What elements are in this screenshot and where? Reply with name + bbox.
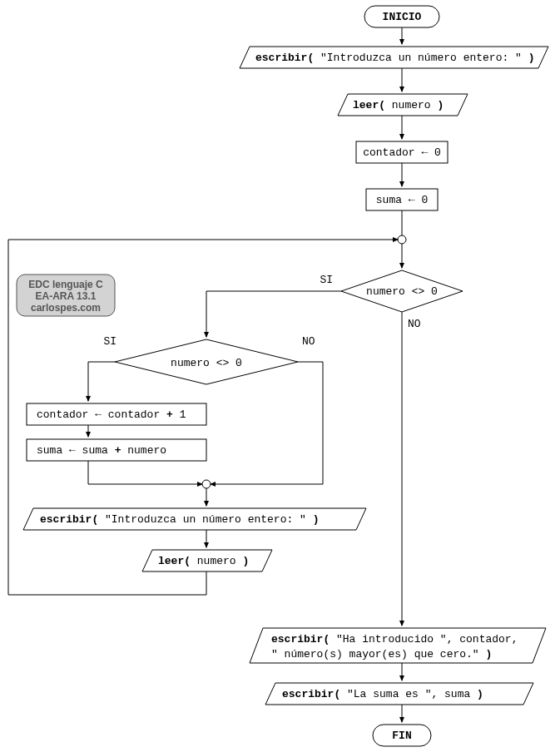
- svg-text:numero <> 0: numero <> 0: [366, 285, 438, 298]
- svg-text:NO: NO: [408, 318, 421, 330]
- node-read2: leer( numero ): [142, 550, 272, 571]
- svg-text:SI: SI: [320, 274, 333, 286]
- node-decision2: numero <> 0 SI NO: [103, 335, 315, 384]
- source-badge: EDC lenguaje C EA-ARA 13.1 carlospes.com: [17, 275, 115, 316]
- flowchart: INICIO escribir( "Introduzca un número e…: [0, 0, 560, 752]
- node-start: INICIO: [364, 6, 439, 27]
- svg-text:contador ← 0: contador ← 0: [363, 146, 441, 159]
- svg-text:escribir( "Ha introducido ", c: escribir( "Ha introducido ", contador,: [271, 633, 518, 646]
- node-decision1: numero <> 0 SI NO: [320, 270, 463, 330]
- svg-text:SI: SI: [103, 335, 116, 348]
- svg-text:EDC lenguaje C: EDC lenguaje C: [28, 279, 103, 290]
- node-proc2: suma ← 0: [366, 189, 438, 210]
- node-write1: escribir( "Introduzca un número entero: …: [240, 47, 548, 68]
- svg-text:leer( numero ): leer( numero ): [353, 99, 444, 111]
- node-proc4: suma ← suma + numero: [27, 439, 206, 461]
- connector2: [202, 480, 211, 488]
- svg-text:escribir( "La suma es ", suma : escribir( "La suma es ", suma ): [282, 688, 483, 700]
- svg-text:carlospes.com: carlospes.com: [31, 302, 101, 314]
- node-proc3: contador ← contador + 1: [27, 403, 206, 425]
- start-label: INICIO: [383, 11, 422, 23]
- connector1: [398, 235, 406, 244]
- arrow: [88, 362, 115, 401]
- svg-text:contador ← contador + 1: contador ← contador + 1: [37, 408, 186, 421]
- svg-text:" número(s) mayor(es) que cero: " número(s) mayor(es) que cero." ): [271, 648, 492, 660]
- arrow: [88, 461, 202, 484]
- svg-text:leer( numero ): leer( numero ): [158, 555, 249, 567]
- arrow: [211, 362, 323, 484]
- node-end: FIN: [373, 725, 431, 746]
- svg-text:NO: NO: [302, 335, 315, 348]
- node-write4: escribir( "La suma es ", suma ): [265, 683, 533, 705]
- svg-text:numero <> 0: numero <> 0: [171, 357, 242, 369]
- node-write3: escribir( "Ha introducido ", contador, "…: [250, 628, 546, 663]
- svg-text:suma ← suma + numero: suma ← suma + numero: [37, 444, 166, 457]
- svg-text:escribir( "Introduzca un númer: escribir( "Introduzca un número entero: …: [40, 513, 319, 526]
- arrow: [206, 291, 341, 337]
- svg-text:escribir( "Introduzca un númer: escribir( "Introduzca un número entero: …: [255, 52, 534, 64]
- svg-text:suma ← 0: suma ← 0: [376, 194, 428, 206]
- node-proc1: contador ← 0: [356, 141, 448, 163]
- svg-text:FIN: FIN: [392, 730, 411, 742]
- node-read1: leer( numero ): [338, 94, 468, 116]
- svg-text:EA-ARA 13.1: EA-ARA 13.1: [36, 290, 97, 302]
- node-write2: escribir( "Introduzca un número entero: …: [23, 508, 366, 530]
